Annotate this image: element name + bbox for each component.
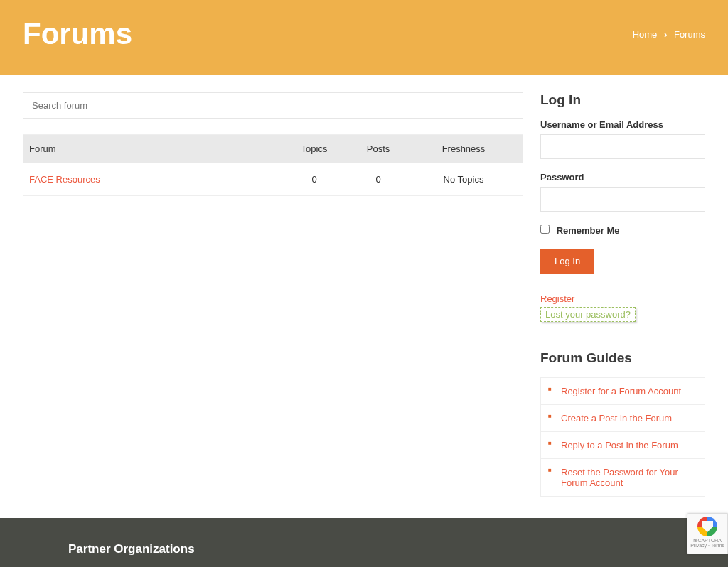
recaptcha-badge[interactable]: reCAPTCHA Privacy · Terms bbox=[687, 513, 728, 554]
register-link[interactable]: Register bbox=[540, 293, 574, 304]
cell-freshness: No Topics bbox=[410, 174, 517, 185]
guides-title: Forum Guides bbox=[540, 350, 705, 366]
col-header-topics: Topics bbox=[282, 144, 346, 154]
recaptcha-label: reCAPTCHA bbox=[690, 538, 724, 543]
forum-guides-widget: Forum Guides Register for a Forum Accoun… bbox=[540, 350, 705, 497]
partners-title: Partner Organizations bbox=[68, 542, 660, 556]
password-input[interactable] bbox=[540, 187, 705, 212]
list-item: Register for a Forum Account bbox=[541, 378, 705, 405]
cell-topics: 0 bbox=[282, 174, 346, 185]
col-header-freshness: Freshness bbox=[410, 144, 517, 154]
breadcrumb: Home › Forums bbox=[633, 29, 705, 40]
page-header: Forums Home › Forums bbox=[0, 0, 728, 75]
guide-list: Register for a Forum Account Create a Po… bbox=[540, 377, 705, 497]
footer: Partner Organizations bbox=[0, 518, 728, 567]
lost-password-link[interactable]: Lost your password? bbox=[540, 307, 636, 322]
username-input[interactable] bbox=[540, 134, 705, 159]
remember-label: Remember Me bbox=[557, 225, 620, 236]
col-header-forum: Forum bbox=[29, 144, 282, 154]
label-username: Username or Email Address bbox=[540, 119, 705, 130]
guide-link[interactable]: Reset the Password for Your Forum Accoun… bbox=[561, 467, 678, 488]
forum-table: Forum Topics Posts Freshness FACE Resour… bbox=[23, 134, 523, 196]
guide-link[interactable]: Register for a Forum Account bbox=[561, 386, 681, 396]
breadcrumb-home-link[interactable]: Home bbox=[633, 29, 658, 40]
table-row: FACE Resources 0 0 No Topics bbox=[23, 163, 523, 195]
login-button[interactable]: Log In bbox=[540, 249, 594, 274]
guide-link[interactable]: Reply to a Post in the Forum bbox=[561, 440, 678, 450]
sidebar: Log In Username or Email Address Passwor… bbox=[540, 92, 705, 497]
table-header: Forum Topics Posts Freshness bbox=[23, 135, 523, 163]
guide-link[interactable]: Create a Post in the Forum bbox=[561, 413, 672, 423]
list-item: Reply to a Post in the Forum bbox=[541, 432, 705, 459]
login-title: Log In bbox=[540, 92, 705, 108]
forum-link[interactable]: FACE Resources bbox=[29, 174, 100, 185]
chevron-right-icon: › bbox=[664, 29, 667, 40]
login-widget: Log In Username or Email Address Passwor… bbox=[540, 92, 705, 322]
main-content: Forum Topics Posts Freshness FACE Resour… bbox=[23, 92, 523, 497]
col-header-posts: Posts bbox=[346, 144, 410, 154]
label-password: Password bbox=[540, 172, 705, 183]
remember-checkbox[interactable] bbox=[540, 225, 550, 234]
cell-posts: 0 bbox=[346, 174, 410, 185]
list-item: Reset the Password for Your Forum Accoun… bbox=[541, 459, 705, 496]
breadcrumb-current: Forums bbox=[674, 29, 705, 40]
search-input[interactable] bbox=[23, 92, 523, 119]
page-title: Forums bbox=[23, 17, 132, 51]
recaptcha-icon bbox=[697, 517, 717, 536]
recaptcha-terms: Privacy · Terms bbox=[690, 543, 724, 548]
list-item: Create a Post in the Forum bbox=[541, 405, 705, 432]
